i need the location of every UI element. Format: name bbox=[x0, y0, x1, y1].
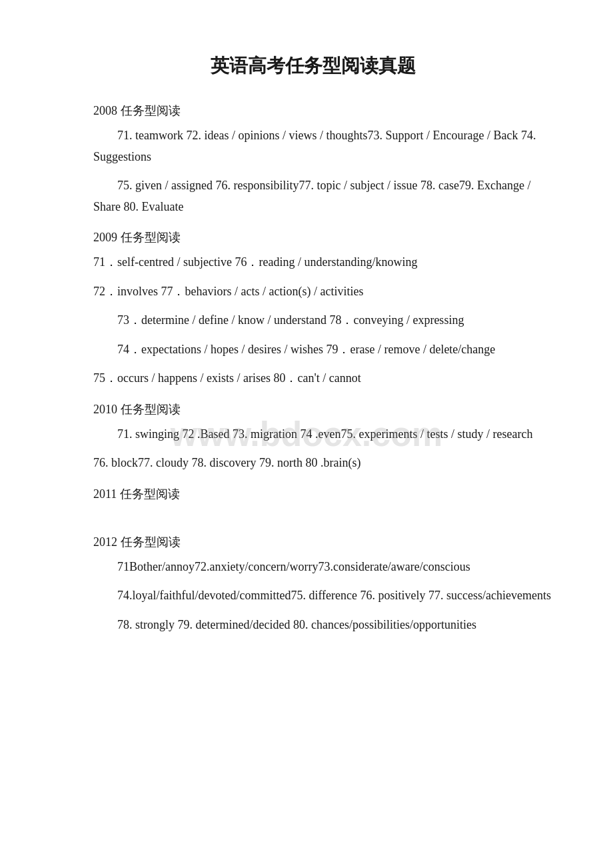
paragraph-2008-2: 75. given / assigned 76. responsibility7… bbox=[93, 175, 560, 217]
spacer-2011 bbox=[67, 509, 560, 522]
year-heading-2008: 2008 任务型阅读 bbox=[93, 103, 560, 119]
section-2008: 2008 任务型阅读 71. teamwork 72. ideas / opin… bbox=[67, 103, 560, 217]
year-heading-2012: 2012 任务型阅读 bbox=[93, 534, 560, 550]
paragraph-2009-2: 72．involves 77．behaviors / acts / action… bbox=[93, 281, 560, 303]
paragraph-2009-1: 71．self-centred / subjective 76．reading … bbox=[93, 252, 560, 273]
section-2009: 2009 任务型阅读 71．self-centred / subjective … bbox=[67, 229, 560, 389]
section-2011: 2011 任务型阅读 bbox=[67, 486, 560, 522]
paragraph-2008-1: 71. teamwork 72. ideas / opinions / view… bbox=[93, 125, 560, 167]
page-title: 英语高考任务型阅读真题 bbox=[67, 53, 560, 79]
paragraph-2012-3: 78. strongly 79. determined/decided 80. … bbox=[93, 615, 560, 636]
section-2010: 2010 任务型阅读 71. swinging 72 .Based 73. mi… bbox=[67, 401, 560, 474]
year-heading-2011: 2011 任务型阅读 bbox=[93, 486, 560, 502]
paragraph-2012-2: 74.loyal/faithful/devoted/committed75. d… bbox=[93, 585, 560, 607]
paragraph-2009-4: 74．expectations / hopes / desires / wish… bbox=[93, 339, 560, 361]
paragraph-2010-1: 71. swinging 72 .Based 73. migration 74 … bbox=[93, 424, 560, 445]
paragraph-2009-5: 75．occurs / happens / exists / arises 80… bbox=[93, 368, 560, 389]
paragraph-2009-3: 73．determine / define / know / understan… bbox=[93, 310, 560, 331]
paragraph-2010-2: 76. block77. cloudy 78. discovery 79. no… bbox=[93, 453, 560, 474]
year-heading-2010: 2010 任务型阅读 bbox=[93, 401, 560, 417]
year-heading-2009: 2009 任务型阅读 bbox=[93, 229, 560, 245]
paragraph-2012-1: 71Bother/annoy72.anxiety/concern/worry73… bbox=[93, 557, 560, 578]
section-2012: 2012 任务型阅读 71Bother/annoy72.anxiety/conc… bbox=[67, 534, 560, 636]
